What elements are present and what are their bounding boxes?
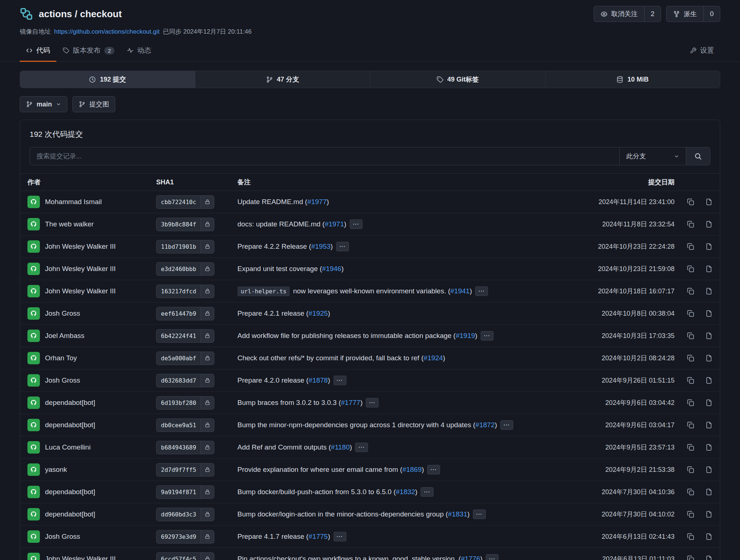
commit-pr-link[interactable]: #1776 <box>461 555 480 560</box>
copy-sha-icon[interactable] <box>687 533 694 540</box>
tab-releases[interactable]: 版本发布 2 <box>56 41 121 62</box>
browse-source-icon[interactable] <box>705 265 713 273</box>
commit-sha-button[interactable]: 6d193bf280 <box>156 396 214 410</box>
browse-source-icon[interactable] <box>705 511 713 518</box>
commit-search-input[interactable] <box>30 147 619 165</box>
commit-more-button[interactable]: ··· <box>336 242 349 251</box>
browse-source-icon[interactable] <box>705 555 713 560</box>
browse-source-icon[interactable] <box>705 198 713 206</box>
commit-sha-button[interactable]: b684943689 <box>156 441 214 454</box>
commit-pr-link[interactable]: #1919 <box>456 332 475 339</box>
commit-sha-button[interactable]: eef61447b9 <box>156 307 214 320</box>
stats-tags[interactable]: 49 Git标签 <box>370 71 545 88</box>
commit-pr-link[interactable]: #1953 <box>311 243 331 250</box>
commit-pr-link[interactable]: #1977 <box>307 198 327 206</box>
commit-more-button[interactable]: ··· <box>334 376 346 385</box>
browse-source-icon[interactable] <box>705 354 713 362</box>
commit-pr-link[interactable]: #1832 <box>396 488 415 496</box>
commit-pr-link[interactable]: #1924 <box>424 354 443 362</box>
copy-sha-icon[interactable] <box>687 221 694 228</box>
copy-sha-icon[interactable] <box>687 243 694 250</box>
commit-pr-link[interactable]: #1925 <box>308 309 328 317</box>
commit-sha-button[interactable]: 3b9b8c884f <box>156 218 214 231</box>
mirror-url-link[interactable]: https://github.com/actions/checkout.git <box>54 28 159 35</box>
commit-sha-button[interactable]: 2d7d9f7ff5 <box>156 463 214 477</box>
repo-title-group[interactable]: actions / checkout <box>20 7 122 20</box>
browse-source-icon[interactable] <box>705 488 713 496</box>
commit-search-button[interactable] <box>686 147 710 165</box>
commit-pr-link[interactable]: #1872 <box>476 421 495 429</box>
fork-count[interactable]: 0 <box>703 6 720 22</box>
commit-more-button[interactable]: ··· <box>366 398 379 407</box>
browse-source-icon[interactable] <box>705 243 713 250</box>
browse-source-icon[interactable] <box>705 287 713 295</box>
commit-pr-link[interactable]: #1971 <box>325 220 344 228</box>
commit-pr-link[interactable]: #1777 <box>341 399 360 406</box>
commit-sha-button[interactable]: db0cee9a51 <box>156 418 214 432</box>
commit-sha-button[interactable]: dd960bd3c3 <box>156 508 214 521</box>
repo-title[interactable]: actions / checkout <box>39 8 122 20</box>
copy-sha-icon[interactable] <box>687 354 694 362</box>
commit-sha-button[interactable]: cbb722410c <box>156 195 214 209</box>
copy-sha-icon[interactable] <box>687 377 694 384</box>
browse-source-icon[interactable] <box>705 310 713 317</box>
copy-sha-icon[interactable] <box>687 444 694 451</box>
copy-sha-icon[interactable] <box>687 265 694 273</box>
commit-more-button[interactable]: ··· <box>334 532 346 541</box>
stats-size[interactable]: 10 MiB <box>545 71 720 88</box>
commit-pr-link[interactable]: #1831 <box>448 510 467 518</box>
commit-sha-button[interactable]: 6b42224f41 <box>156 329 214 343</box>
commit-sha-button[interactable]: 692973e3d9 <box>156 530 214 544</box>
browse-source-icon[interactable] <box>705 332 713 339</box>
commit-more-button[interactable]: ··· <box>481 331 493 341</box>
commit-sha-button[interactable]: 163217dfcd <box>156 285 214 298</box>
branch-filter-select[interactable]: 此分支 <box>619 147 686 165</box>
commit-pr-link[interactable]: #1941 <box>450 287 470 295</box>
commit-pr-link[interactable]: #1878 <box>308 376 328 384</box>
browse-source-icon[interactable] <box>705 377 713 384</box>
branch-selector[interactable]: main <box>20 96 67 112</box>
commit-more-button[interactable]: ··· <box>427 465 440 474</box>
commit-sha-button[interactable]: e3d2460bbb <box>156 262 214 276</box>
copy-sha-icon[interactable] <box>687 488 694 496</box>
copy-sha-icon[interactable] <box>687 287 694 295</box>
copy-sha-icon[interactable] <box>687 198 694 206</box>
copy-sha-icon[interactable] <box>687 421 694 429</box>
commit-more-button[interactable]: ··· <box>500 420 513 430</box>
copy-sha-icon[interactable] <box>687 332 694 339</box>
commit-graph-button[interactable]: 提交图 <box>72 96 115 112</box>
commit-more-button[interactable]: ··· <box>350 219 363 229</box>
copy-sha-icon[interactable] <box>687 555 694 560</box>
stats-commits[interactable]: 192 提交 <box>20 71 195 88</box>
tab-activity[interactable]: 动态 <box>121 41 157 62</box>
stats-branches[interactable]: 47 分支 <box>195 71 370 88</box>
fork-button[interactable]: 派生 <box>666 6 703 22</box>
tab-code[interactable]: 代码 <box>20 41 56 62</box>
tab-settings[interactable]: 设置 <box>684 41 720 62</box>
commit-sha-button[interactable]: 6ccd57f4c5 <box>156 552 214 560</box>
commit-more-button[interactable]: ··· <box>473 510 486 519</box>
browse-source-icon[interactable] <box>705 421 713 429</box>
commit-pr-link[interactable]: #1180 <box>331 443 350 451</box>
commit-more-button[interactable]: ··· <box>486 554 499 560</box>
commit-sha-button[interactable]: 9a9194f871 <box>156 485 214 499</box>
commit-pr-link[interactable]: #1775 <box>308 533 328 540</box>
browse-source-icon[interactable] <box>705 533 713 540</box>
commit-more-button[interactable]: ··· <box>421 487 433 497</box>
commit-sha-button[interactable]: de5a000abf <box>156 352 214 365</box>
browse-source-icon[interactable] <box>705 444 713 451</box>
copy-sha-icon[interactable] <box>687 399 694 406</box>
copy-sha-icon[interactable] <box>687 511 694 518</box>
commit-more-button[interactable]: ··· <box>475 286 488 296</box>
watch-count[interactable]: 2 <box>644 6 661 22</box>
commit-pr-link[interactable]: #1869 <box>402 466 422 473</box>
copy-sha-icon[interactable] <box>687 466 694 473</box>
browse-source-icon[interactable] <box>705 221 713 228</box>
commit-sha-button[interactable]: 11bd71901b <box>156 240 214 253</box>
copy-sha-icon[interactable] <box>687 310 694 317</box>
commit-more-button[interactable]: ··· <box>355 443 368 452</box>
unwatch-button[interactable]: 取消关注 <box>594 6 644 22</box>
browse-source-icon[interactable] <box>705 466 713 473</box>
browse-source-icon[interactable] <box>705 399 713 406</box>
commit-pr-link[interactable]: #1946 <box>322 265 341 273</box>
